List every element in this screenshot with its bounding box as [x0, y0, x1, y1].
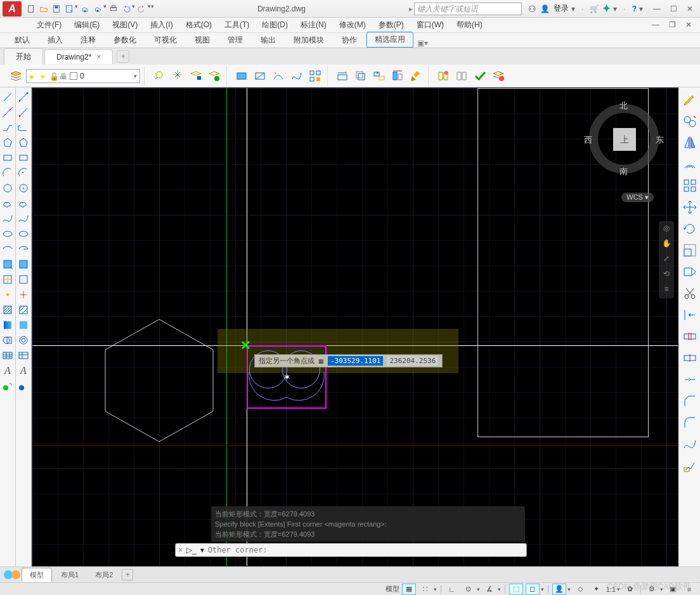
ribbon-tab-manage[interactable]: 管理 [219, 32, 251, 48]
stretch-icon[interactable] [680, 262, 699, 281]
layout-dot-icon[interactable] [11, 570, 20, 579]
dropdown-icon[interactable]: ▾ [571, 4, 575, 13]
ann-monitor-icon[interactable]: ✦ [590, 584, 604, 595]
cmd-close-icon[interactable]: × [178, 546, 183, 554]
doc-minimize-icon[interactable]: — [648, 19, 663, 30]
doc-restore-icon[interactable]: ❐ [664, 19, 680, 30]
doc-tab-drawing2[interactable]: Drawing2*× [44, 49, 113, 64]
ribbon-tab-visualize[interactable]: 可视化 [146, 32, 185, 48]
command-line[interactable]: × ▷_▾ Other corner: [175, 543, 527, 557]
mirror-icon[interactable] [680, 133, 699, 152]
nav-more-icon[interactable]: ≡ [661, 285, 672, 296]
copy-circles-icon[interactable] [680, 112, 699, 131]
ortho-toggle-icon[interactable]: ∟ [445, 584, 459, 595]
blend-icon[interactable] [680, 435, 699, 454]
open-icon[interactable] [38, 3, 49, 15]
broom-icon[interactable] [408, 68, 424, 84]
menu-format[interactable]: 格式(O) [181, 20, 217, 30]
cart-icon[interactable]: 🛒 [590, 4, 599, 13]
search-input[interactable]: 键入关键字或短语 [414, 3, 522, 15]
gradient2-icon[interactable] [16, 318, 30, 332]
ellipse2-icon[interactable] [16, 227, 30, 241]
ribbon-tab-featured[interactable]: 精选应用 [366, 32, 413, 48]
add-selected-icon[interactable] [1, 379, 15, 393]
fillet-icon[interactable] [680, 413, 699, 432]
maximize-icon[interactable]: ☐ [666, 3, 681, 15]
arc-icon[interactable] [1, 166, 15, 180]
minimize-icon[interactable]: — [649, 3, 664, 15]
menu-help[interactable]: 帮助(H) [451, 20, 488, 30]
exchange-icon[interactable]: ⯌ [603, 4, 611, 13]
add-layout-button[interactable]: + [122, 569, 133, 580]
signin-label[interactable]: 登录 [554, 3, 569, 14]
lwt-toggle-icon[interactable]: 👤 [552, 584, 566, 595]
rectangle-icon[interactable] [233, 68, 250, 84]
ribbon-tab-parametric[interactable]: 参数化 [105, 32, 145, 48]
point-icon[interactable] [1, 288, 15, 302]
region2-icon[interactable] [16, 333, 30, 347]
snap-toggle-icon[interactable]: ⸬ [418, 584, 432, 595]
new-icon[interactable] [25, 3, 37, 15]
point2-icon[interactable] [16, 288, 30, 302]
hatch-icon[interactable] [1, 303, 15, 317]
drawing-canvas[interactable]: ✕ ✶ 指定另一个角点或 ▦ -303529.1101 236204.2536 … [32, 87, 678, 566]
pline2-icon[interactable] [16, 120, 30, 134]
ribbon-tab-output[interactable]: 输出 [252, 32, 284, 48]
signin-icon[interactable]: 👤 [540, 4, 550, 13]
doc-close-icon[interactable]: ✕ [681, 19, 696, 30]
infocenter-icon[interactable]: ⚇ [528, 4, 536, 14]
ellipse-arc-icon[interactable] [1, 242, 15, 256]
saveas-icon[interactable] [63, 3, 75, 15]
gradient-icon[interactable] [1, 318, 15, 332]
tab-model[interactable]: 模型 [22, 568, 52, 582]
layer-off-icon[interactable] [151, 68, 167, 84]
wcs-badge[interactable]: WCS ▾ [621, 193, 654, 202]
tooltip-menu-icon[interactable]: ▦ [318, 358, 324, 364]
spline2-icon[interactable] [16, 212, 30, 226]
ribbon-tab-insert[interactable]: 插入 [39, 32, 71, 48]
viewcube-west[interactable]: 西 [584, 134, 592, 146]
viewcube-east[interactable]: 东 [656, 134, 664, 146]
mtext-icon[interactable]: A [1, 364, 15, 378]
nav-zoom-icon[interactable]: ⤢ [661, 254, 672, 266]
trim-icon[interactable] [680, 284, 699, 303]
app-logo[interactable]: A [3, 1, 22, 16]
ribbon-tab-view[interactable]: 视图 [186, 32, 218, 48]
align-icon[interactable] [389, 68, 406, 84]
ribbon-tab-default[interactable]: 默认 [6, 32, 38, 48]
array2-icon[interactable] [680, 176, 699, 195]
layer-freeze-icon[interactable] [169, 68, 186, 84]
region-icon[interactable] [1, 333, 15, 347]
layers-red-icon[interactable] [490, 68, 507, 84]
break-icon[interactable] [680, 327, 699, 346]
chevron-down-icon[interactable]: ▾ [134, 73, 137, 79]
insert-block-icon[interactable] [1, 257, 15, 271]
revcloud2-icon[interactable] [16, 196, 30, 210]
poly-diag-icon[interactable] [252, 68, 268, 84]
tab-layout2[interactable]: 布局2 [88, 568, 120, 582]
nav-pan-icon[interactable]: ✋ [661, 239, 672, 250]
ribbon-expand-icon[interactable]: ▣▾ [417, 39, 428, 48]
spline-icon[interactable] [1, 212, 15, 226]
viewcube[interactable]: 上 北 南 东 西 [583, 98, 665, 180]
arc2-icon[interactable] [16, 166, 30, 180]
doc-tab-start[interactable]: 开始 [4, 48, 43, 65]
extend2-icon[interactable] [680, 305, 699, 324]
block2-icon[interactable] [16, 272, 30, 286]
tab-layout1[interactable]: 布局1 [53, 568, 86, 582]
layer-properties-icon[interactable] [8, 68, 24, 84]
ribbon-tab-addins[interactable]: 附加模块 [285, 32, 332, 48]
clean-screen-icon[interactable]: ▣ [666, 584, 680, 595]
dropdown-icon[interactable]: ▾ [75, 3, 78, 15]
dropdown-icon[interactable]: ▾ [132, 3, 135, 15]
table-icon[interactable] [1, 349, 15, 362]
ellipse-arc2-icon[interactable] [16, 242, 30, 256]
close-icon[interactable]: ✕ [682, 3, 697, 15]
layer-lock-icon[interactable] [188, 68, 204, 84]
viewcube-south[interactable]: 南 [619, 166, 628, 177]
menu-insert[interactable]: 插入(I) [145, 20, 178, 30]
osnap-toggle-icon[interactable]: ⬚ [509, 584, 523, 595]
polygon-icon[interactable] [1, 136, 15, 150]
circle-icon[interactable] [1, 181, 15, 195]
workspace-icon[interactable]: ⚙ [645, 584, 659, 595]
